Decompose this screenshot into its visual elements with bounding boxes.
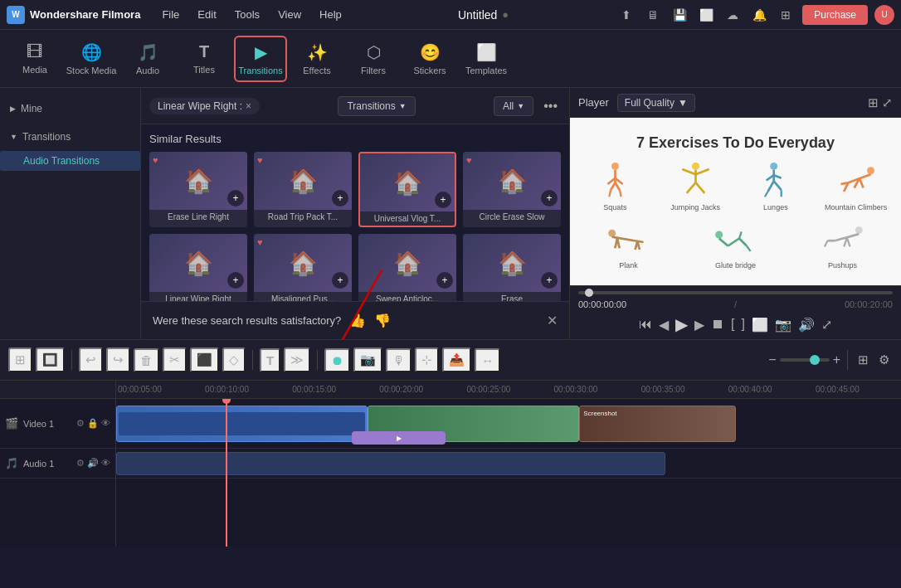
- filter-all-button[interactable]: All ▼: [494, 96, 533, 116]
- toolbar-stickers[interactable]: 😊 Stickers: [403, 36, 456, 82]
- menu-edit[interactable]: Edit: [189, 5, 224, 24]
- video-track-lock-button[interactable]: 🔒: [87, 418, 99, 429]
- step-back-button[interactable]: ◀: [659, 317, 669, 333]
- zoom-in-icon[interactable]: +: [833, 352, 840, 367]
- quality-select[interactable]: Full Quality ▼: [617, 94, 695, 112]
- add-badge6-icon[interactable]: +: [332, 272, 348, 289]
- grid-item-sweep[interactable]: 🏠 + Sweep Anticloc...: [358, 234, 456, 301]
- snapping-button[interactable]: 🔲: [36, 347, 65, 372]
- add-badge8-icon[interactable]: +: [541, 272, 558, 289]
- menu-tools[interactable]: Tools: [226, 5, 268, 24]
- search-chip-close[interactable]: ×: [246, 100, 251, 112]
- grid-item-erase-line[interactable]: 🏠 ♥ + Erase Line Right: [149, 152, 247, 227]
- audio-clip-1[interactable]: [116, 452, 665, 475]
- player-tab[interactable]: Player: [578, 96, 609, 109]
- toolbar-transitions[interactable]: ▶ Transitions: [234, 36, 287, 82]
- export-icon[interactable]: ⬜: [696, 5, 716, 25]
- zoom-slider[interactable]: [780, 358, 830, 362]
- audio-track-mute-button[interactable]: 🔊: [87, 458, 99, 469]
- stop-button[interactable]: ⏹: [711, 317, 724, 332]
- add-badge3-icon[interactable]: +: [435, 192, 451, 208]
- undo-button[interactable]: ↩: [79, 347, 103, 372]
- add-badge2-icon[interactable]: +: [332, 190, 348, 207]
- cloud-icon[interactable]: ☁: [723, 5, 743, 25]
- menu-file[interactable]: File: [153, 5, 188, 24]
- video-track-settings-button[interactable]: ⚙: [76, 418, 85, 429]
- track-motion-button[interactable]: ⊹: [415, 347, 439, 372]
- thumbs-down-button[interactable]: 👎: [374, 313, 391, 328]
- video-track-hide-button[interactable]: 👁: [101, 418, 110, 429]
- text-button[interactable]: T: [260, 348, 280, 372]
- settings-icon[interactable]: ⚙: [875, 349, 893, 371]
- play-button[interactable]: ▶: [675, 314, 688, 334]
- grid-item-erase[interactable]: 🏠 + Erase: [463, 234, 561, 301]
- redo-button[interactable]: ↪: [106, 347, 130, 372]
- sidebar-item-audio-transitions[interactable]: Audio Transitions: [0, 151, 140, 171]
- left-section-transitions-header[interactable]: ▼ Transitions: [10, 128, 130, 146]
- voiceover-button[interactable]: 🎙: [386, 348, 412, 372]
- record-button[interactable]: ⏺: [324, 348, 350, 372]
- toolbar-media[interactable]: 🎞 Media: [8, 36, 61, 82]
- mark-in-button[interactable]: [: [731, 317, 734, 332]
- projects-icon[interactable]: 🖥: [643, 5, 663, 25]
- thumbs-up-button[interactable]: 👍: [349, 313, 366, 328]
- snapshot-button[interactable]: 📷: [775, 317, 791, 333]
- layout-button[interactable]: ⊞: [8, 347, 32, 372]
- menu-help[interactable]: Help: [311, 5, 350, 24]
- grid-item-misaligned[interactable]: 🏠 ♥ + Misaligned Pus...: [254, 234, 352, 301]
- grid-apps-icon[interactable]: ⊞: [776, 5, 796, 25]
- camera-button[interactable]: 📷: [353, 347, 382, 372]
- menu-view[interactable]: View: [270, 5, 309, 24]
- toolbar-stock[interactable]: 🌐 Stock Media: [65, 36, 118, 82]
- add-badge-icon[interactable]: +: [227, 190, 244, 207]
- grid-layout-icon[interactable]: ⊞: [855, 349, 872, 371]
- plank-name: Plank: [619, 261, 638, 270]
- go-start-button[interactable]: ⏮: [639, 317, 652, 332]
- add-badge4-icon[interactable]: +: [541, 190, 558, 207]
- save-icon[interactable]: 💾: [670, 5, 689, 25]
- extra-button[interactable]: ⤢: [821, 317, 832, 333]
- add-badge5-icon[interactable]: +: [227, 272, 244, 289]
- audio-track-hide-button[interactable]: 👁: [101, 458, 110, 469]
- chevron-all-icon: ▼: [517, 102, 524, 110]
- grid-item-universal-vlog[interactable]: 🏠 + Universal Vlog T...: [358, 152, 456, 227]
- toolbar-effects[interactable]: ✨ Effects: [290, 36, 343, 82]
- ripple-button[interactable]: ↔: [475, 348, 500, 372]
- toolbar-audio[interactable]: 🎵 Audio: [121, 36, 174, 82]
- notify-icon[interactable]: 🔔: [749, 5, 769, 25]
- mark-out-button[interactable]: ]: [742, 317, 745, 332]
- toolbar-titles[interactable]: T Titles: [178, 36, 231, 82]
- toolbar-filters[interactable]: ⬡ Filters: [347, 36, 400, 82]
- playhead[interactable]: [226, 399, 227, 547]
- zoom-out-icon[interactable]: −: [768, 352, 776, 367]
- user-avatar[interactable]: U: [874, 5, 894, 25]
- audio-track-settings-button[interactable]: ⚙: [76, 458, 85, 469]
- export-frame-button[interactable]: ⬜: [752, 317, 768, 333]
- left-section-mine-header[interactable]: ▶ Mine: [10, 100, 130, 118]
- crop-button[interactable]: ⬛: [190, 347, 219, 372]
- cut-button[interactable]: ✂: [163, 347, 187, 372]
- share-icon[interactable]: ⬆: [616, 5, 636, 25]
- satisfaction-close-button[interactable]: ✕: [547, 313, 558, 328]
- more-button[interactable]: ≫: [284, 347, 310, 372]
- keyframe-button[interactable]: ◇: [222, 347, 246, 372]
- grid-item-road-trip[interactable]: 🏠 ♥ + Road Trip Pack T...: [254, 152, 352, 227]
- fullscreen-icon[interactable]: ⤢: [882, 95, 893, 110]
- export-timeline-button[interactable]: 📤: [442, 347, 471, 372]
- more-options-button[interactable]: •••: [540, 95, 561, 117]
- purchase-button[interactable]: Purchase: [802, 5, 868, 25]
- toolbar-templates[interactable]: ⬜ Templates: [460, 36, 513, 82]
- filter-transitions-button[interactable]: Transitions ▼: [338, 96, 415, 116]
- add-badge7-icon[interactable]: +: [436, 272, 453, 289]
- video-clip-1[interactable]: [116, 406, 368, 442]
- video-clip-3[interactable]: Screenshot: [579, 406, 736, 442]
- split-view-icon[interactable]: ⊞: [868, 95, 879, 110]
- delete-button[interactable]: 🗑: [134, 348, 159, 372]
- transition-marker[interactable]: ▶: [352, 431, 446, 445]
- progress-bar[interactable]: [578, 291, 893, 294]
- audio-button[interactable]: 🔊: [798, 317, 815, 333]
- progress-handle[interactable]: [585, 289, 593, 297]
- grid-item-circle-erase[interactable]: 🏠 ♥ + Circle Erase Slow: [463, 152, 561, 227]
- grid-item-linear-wipe[interactable]: 🏠 + Linear Wipe Right: [149, 234, 247, 301]
- step-forward-button[interactable]: ▶: [694, 317, 704, 333]
